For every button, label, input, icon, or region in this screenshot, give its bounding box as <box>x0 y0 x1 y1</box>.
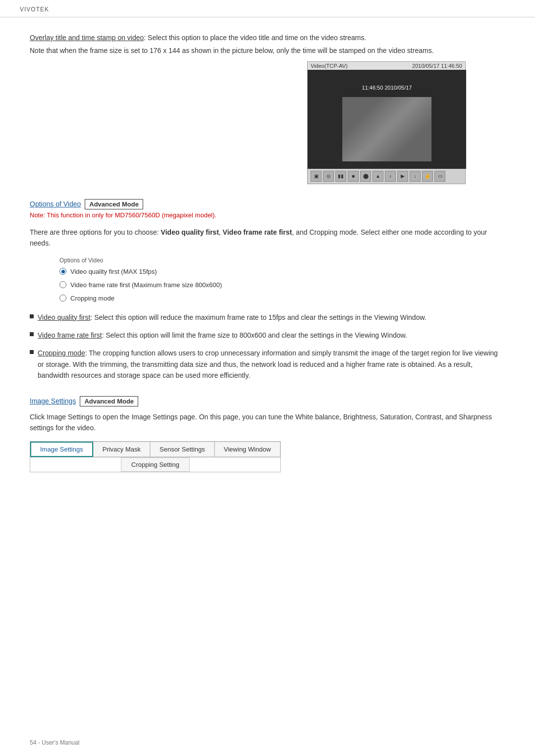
bullet-link-cropping[interactable]: Cropping mode <box>38 349 85 357</box>
image-settings-badge: Advanced Mode <box>80 396 138 406</box>
radio-quality-indicator[interactable] <box>59 268 66 275</box>
bullet-link-quality[interactable]: Video quality first <box>38 313 90 321</box>
tab-image-settings[interactable]: Image Settings <box>30 442 93 457</box>
video-preview-container: Video(TCP-AV) 2010/05/17 11:46:50 11:46:… <box>30 61 505 184</box>
video-image-area <box>342 97 431 161</box>
ctrl-btn-audio[interactable]: ♪ <box>385 171 396 182</box>
note-paragraph: Note that when the frame size is set to … <box>30 45 505 56</box>
options-description: There are three options for you to choos… <box>30 227 505 249</box>
ctrl-btn-up[interactable]: ▲ <box>373 171 383 182</box>
page-header: VIVOTEK <box>0 0 535 17</box>
bullet-square-quality <box>30 314 34 318</box>
ctrl-btn-snapshot[interactable]: ◎ <box>323 171 334 182</box>
ctrl-btn-hand[interactable]: ✌ <box>422 171 433 182</box>
video-frame: 11:46:50 2010/05/17 <box>308 70 466 169</box>
bullet-desc-quality: : Select this option will reduce the max… <box>90 313 426 321</box>
bullet-text-framerate: Video frame rate first: Select this opti… <box>38 330 505 341</box>
bullet-link-framerate[interactable]: Video frame rate first <box>38 331 102 339</box>
tab-cropping-setting[interactable]: Cropping Setting <box>121 457 190 472</box>
ctrl-btn-play[interactable]: ▶ <box>397 171 408 182</box>
intro-paragraph: Overlay title and time stamp on video: S… <box>30 32 505 43</box>
video-preview: Video(TCP-AV) 2010/05/17 11:46:50 11:46:… <box>307 61 466 184</box>
video-header-bar: Video(TCP-AV) 2010/05/17 11:46:50 <box>308 62 465 70</box>
brand: VIVOTEK <box>20 6 49 13</box>
page-footer: 54 - User's Manual <box>30 739 79 746</box>
radio-option-quality[interactable]: Video quality first (MAX 15fps) <box>59 268 505 275</box>
tabs-row-1: Image Settings Privacy Mask Sensor Setti… <box>30 442 280 457</box>
bullet-text-cropping: Cropping mode: The cropping function all… <box>38 348 505 381</box>
radio-cropping-indicator[interactable] <box>59 295 66 302</box>
options-link[interactable]: Options of Video <box>30 200 81 208</box>
tab-privacy-mask[interactable]: Privacy Mask <box>93 442 150 457</box>
video-preview-wrapper: Video(TCP-AV) 2010/05/17 11:46:50 11:46:… <box>307 61 466 184</box>
bullet-desc-framerate: : Select this option will limit the fram… <box>102 331 407 339</box>
radio-cropping-label: Cropping mode <box>70 295 114 302</box>
bullet-section: Video quality first: Select this option … <box>30 312 505 381</box>
bullet-square-cropping <box>30 350 34 354</box>
video-timestamp-header: 2010/05/17 11:46:50 <box>412 63 462 69</box>
radio-quality-label: Video quality first (MAX 15fps) <box>70 268 157 275</box>
ctrl-btn-rec2[interactable]: ⬤ <box>360 171 371 182</box>
radio-framerate-indicator[interactable] <box>59 281 66 288</box>
bullet-item-cropping: Cropping mode: The cropping function all… <box>30 348 505 381</box>
ctrl-btn-fullscreen[interactable]: ▭ <box>434 171 445 182</box>
image-settings-description: Click Image Settings to open the Image S… <box>30 411 505 434</box>
options-advanced-mode-badge: Advanced Mode <box>85 199 143 209</box>
options-section-heading: Options of Video Advanced Mode <box>30 199 505 209</box>
video-timestamp-overlay: 11:46:50 2010/05/17 <box>362 85 412 91</box>
options-box: Options of Video Video quality first (MA… <box>59 257 505 302</box>
image-settings-heading: Image Settings Advanced Mode <box>30 396 505 406</box>
options-note: Note: This function in only for MD7560/7… <box>30 211 505 219</box>
video-controls: ▣ ◎ ▮▮ ■ ⬤ ▲ ♪ ▶ ↓ ✌ ▭ <box>308 169 465 184</box>
footer-text: 54 - User's Manual <box>30 739 79 746</box>
tab-sensor-settings[interactable]: Sensor Settings <box>150 442 214 457</box>
video-title: Video(TCP-AV) <box>311 63 348 69</box>
ctrl-btn-record[interactable]: ▣ <box>311 171 321 182</box>
radio-option-cropping[interactable]: Cropping mode <box>59 295 505 302</box>
radio-framerate-label: Video frame rate first (Maximum frame si… <box>70 281 222 289</box>
main-content: Overlay title and time stamp on video: S… <box>0 17 535 502</box>
image-settings-section: Image Settings Advanced Mode Click Image… <box>30 396 505 473</box>
ctrl-btn-download[interactable]: ↓ <box>410 171 421 182</box>
overlay-title-link[interactable]: Overlay title and time stamp on video <box>30 34 144 42</box>
tabs-row-2: Cropping Setting <box>30 457 280 472</box>
bullet-text-quality: Video quality first: Select this option … <box>38 312 505 323</box>
overlay-text: : Select this option to place the video … <box>144 34 366 42</box>
tabs-wrapper: Image Settings Privacy Mask Sensor Setti… <box>30 441 281 472</box>
bullet-square-framerate <box>30 332 34 336</box>
ctrl-btn-stop[interactable]: ■ <box>348 171 359 182</box>
radio-option-framerate[interactable]: Video frame rate first (Maximum frame si… <box>59 281 505 289</box>
ctrl-btn-pause[interactable]: ▮▮ <box>335 171 346 182</box>
image-settings-link[interactable]: Image Settings <box>30 397 76 405</box>
bullet-item-framerate: Video frame rate first: Select this opti… <box>30 330 505 341</box>
tab-viewing-window[interactable]: Viewing Window <box>214 442 280 457</box>
options-box-title: Options of Video <box>59 257 505 264</box>
bullet-item-quality: Video quality first: Select this option … <box>30 312 505 323</box>
video-image-placeholder <box>342 97 431 161</box>
bullet-desc-cropping: : The cropping function allows users to … <box>38 349 498 379</box>
